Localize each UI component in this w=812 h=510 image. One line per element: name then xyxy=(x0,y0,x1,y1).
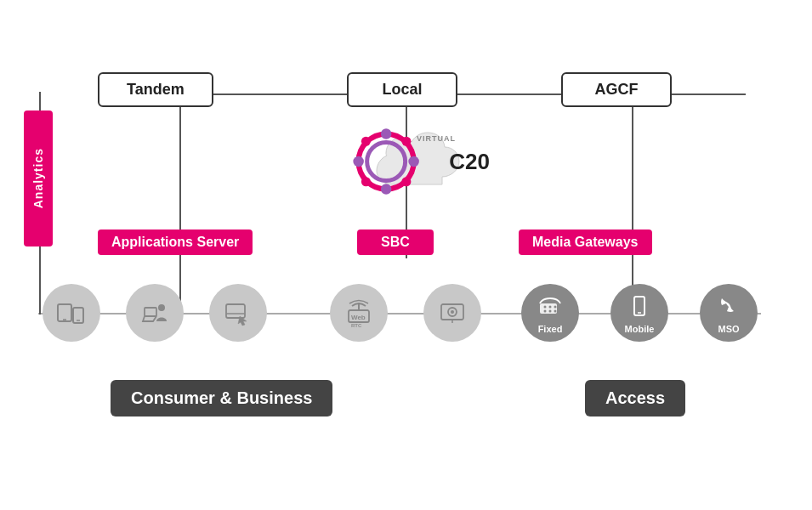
icon-phone xyxy=(126,284,184,342)
svg-rect-27 xyxy=(540,303,557,314)
diagram-container: Tandem Local AGCF Analytics xyxy=(0,0,812,510)
mobile-phone-icon xyxy=(624,292,655,322)
svg-point-28 xyxy=(544,306,547,309)
svg-point-26 xyxy=(451,310,454,314)
analytics-label: Analytics xyxy=(31,148,45,208)
webrtc-icon: Web RTC xyxy=(344,298,374,328)
local-label: Local xyxy=(347,72,457,107)
svg-text:RTC: RTC xyxy=(351,323,362,328)
local-box: Local xyxy=(347,72,457,107)
icon-media xyxy=(209,284,267,342)
svg-point-1 xyxy=(367,143,406,181)
svg-point-3 xyxy=(381,184,392,195)
svg-point-5 xyxy=(408,156,419,167)
vline-tandem xyxy=(179,93,181,314)
analytics-bar: Analytics xyxy=(24,110,53,246)
svg-point-8 xyxy=(361,177,371,186)
devices-icon xyxy=(56,298,87,328)
cloud-c20: C20 VIRTUAL xyxy=(332,128,485,199)
svg-point-29 xyxy=(549,306,552,309)
mso-label: MSO xyxy=(718,324,739,334)
svg-point-31 xyxy=(544,310,547,313)
icon-webrtc: Web RTC xyxy=(330,284,388,342)
phone-icon xyxy=(139,298,170,328)
c20-label: C20 xyxy=(449,149,490,175)
icon-devices xyxy=(43,284,100,342)
svg-text:Web: Web xyxy=(351,314,366,321)
svg-point-4 xyxy=(353,156,364,167)
vline-agcf xyxy=(632,93,633,314)
svg-point-32 xyxy=(549,310,552,313)
svg-point-9 xyxy=(401,177,411,186)
tandem-box: Tandem xyxy=(98,72,213,107)
icon-mobile: Mobile xyxy=(610,284,668,342)
icon-fixed: Fixed xyxy=(521,284,579,342)
cloud-shape: C20 VIRTUAL xyxy=(349,128,468,196)
c20-content: C20 xyxy=(327,128,490,196)
svg-rect-16 xyxy=(226,304,245,318)
icon-sbc xyxy=(423,284,481,342)
svg-point-15 xyxy=(158,304,165,311)
mobile-label: Mobile xyxy=(625,324,655,334)
svg-point-33 xyxy=(554,310,557,313)
media-icon xyxy=(223,298,253,328)
svg-rect-10 xyxy=(58,304,71,321)
svg-point-2 xyxy=(381,128,392,139)
applications-server-label: Applications Server xyxy=(98,230,253,255)
svg-point-6 xyxy=(361,137,371,146)
agcf-label: AGCF xyxy=(561,72,672,107)
agcf-box: AGCF xyxy=(561,72,672,107)
media-gateways-label: Media Gateways xyxy=(519,230,652,255)
sbc-label: SBC xyxy=(357,230,434,255)
sbc-screen-icon xyxy=(437,298,468,328)
tandem-label: Tandem xyxy=(98,72,213,107)
access-label: Access xyxy=(585,380,685,416)
consumer-business-label: Consumer & Business xyxy=(111,380,332,416)
svg-point-7 xyxy=(401,137,411,146)
svg-point-30 xyxy=(554,306,557,309)
svg-rect-14 xyxy=(145,308,156,316)
virtual-badge: VIRTUAL xyxy=(417,134,456,143)
icon-mso: MSO xyxy=(700,284,758,342)
fixed-label: Fixed xyxy=(538,324,563,334)
fixed-phone-icon xyxy=(535,292,565,322)
mso-phone-icon xyxy=(713,292,744,322)
